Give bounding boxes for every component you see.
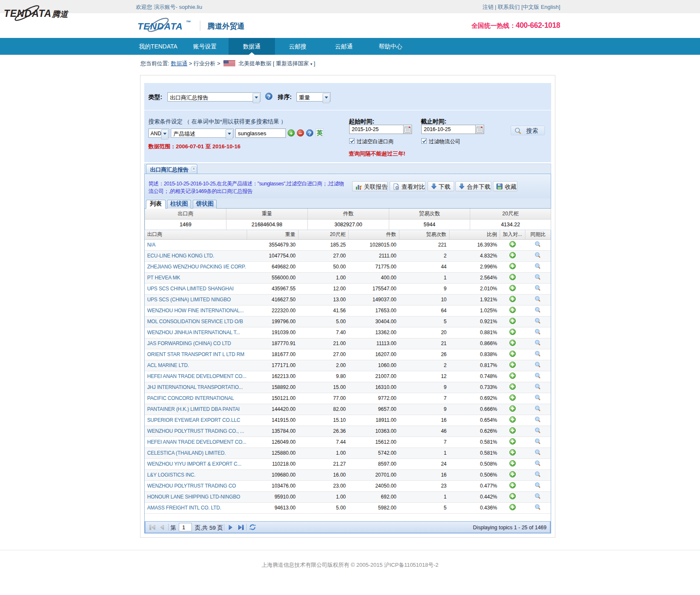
svg-text:TENDATA: TENDATA	[4, 8, 51, 19]
svg-text:腾道: 腾道	[51, 10, 69, 19]
svg-text:™: ™	[186, 19, 191, 25]
svg-text:TENDATA: TENDATA	[137, 21, 183, 32]
